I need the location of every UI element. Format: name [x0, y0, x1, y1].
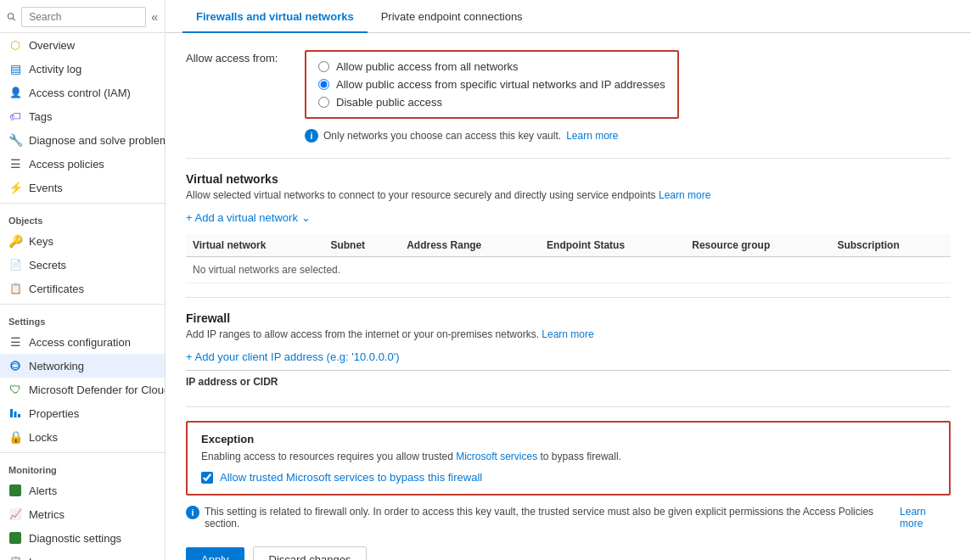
access-config-icon: ☰: [8, 335, 22, 349]
exception-title: Exception: [201, 433, 935, 445]
sidebar-item-label: Access control (IAM): [29, 87, 131, 99]
exception-checkbox-row[interactable]: Allow trusted Microsoft services to bypa…: [201, 471, 935, 484]
divider-objects: [0, 203, 165, 204]
svg-rect-7: [9, 532, 21, 544]
sidebar-item-diagnose[interactable]: 🔧 Diagnose and solve problems: [0, 128, 165, 152]
firewall-learn-more-link[interactable]: Learn more: [542, 328, 593, 340]
search-icon: [7, 11, 16, 23]
content-area: Allow access from: Allow public access f…: [166, 33, 971, 560]
metrics-icon: 📈: [8, 507, 22, 521]
radio-all-networks-input[interactable]: [318, 61, 329, 72]
sidebar-item-secrets[interactable]: 📄 Secrets: [0, 253, 165, 277]
discard-button[interactable]: Discard changes: [253, 546, 368, 560]
sidebar-item-metrics[interactable]: 📈 Metrics: [0, 502, 165, 526]
sidebar-item-locks[interactable]: 🔒 Locks: [0, 425, 165, 449]
tab-firewalls[interactable]: Firewalls and virtual networks: [182, 0, 368, 33]
table-row-no-data: No virtual networks are selected.: [186, 257, 951, 283]
properties-icon: [8, 406, 22, 420]
networking-icon: [8, 359, 22, 372]
vnet-learn-more-link[interactable]: Learn more: [659, 189, 710, 201]
divider-monitoring: [0, 452, 165, 453]
add-vnet-label: + Add a virtual network: [186, 211, 298, 224]
svg-rect-3: [10, 409, 13, 417]
exception-desc: Enabling access to resources requires yo…: [201, 451, 935, 462]
exception-desc-highlight: Microsoft services: [456, 451, 537, 462]
sidebar-item-label: Diagnostic settings: [29, 532, 121, 545]
sidebar-item-logs[interactable]: 📋 Logs: [0, 550, 165, 560]
sidebar-item-label: Activity log: [29, 63, 81, 76]
sidebar-item-label: Overview: [29, 39, 75, 52]
add-virtual-network-link[interactable]: + Add a virtual network ⌄: [186, 211, 951, 224]
section-monitoring-label: Monitoring: [0, 456, 165, 479]
sidebar-item-label: Access policies: [29, 158, 104, 171]
tab-private-endpoint[interactable]: Private endpoint connections: [368, 0, 536, 33]
sidebar-item-access-config[interactable]: ☰ Access configuration: [0, 330, 165, 354]
divider-1: [186, 158, 951, 159]
divider-settings: [0, 304, 165, 305]
access-policies-icon: ☰: [8, 157, 22, 171]
radio-all-networks[interactable]: Allow public access from all networks: [318, 60, 665, 73]
sidebar-item-access-policies[interactable]: ☰ Access policies: [0, 152, 165, 176]
virtual-networks-desc: Allow selected virtual networks to conne…: [186, 189, 951, 201]
info-text: Only networks you choose can access this…: [323, 130, 561, 142]
sidebar-item-label: Metrics: [29, 508, 65, 521]
sidebar-item-networking[interactable]: Networking: [0, 354, 165, 378]
svg-point-0: [8, 14, 13, 19]
sidebar-item-label: Diagnose and solve problems: [29, 134, 165, 147]
sidebar-item-access-control[interactable]: 👤 Access control (IAM): [0, 81, 165, 104]
info-icon: i: [305, 129, 318, 143]
info-note: i Only networks you choose can access th…: [305, 129, 951, 143]
info-learn-more-link[interactable]: Learn more: [566, 130, 618, 142]
add-ip-link[interactable]: + Add your client IP address (e.g: '10.0…: [186, 350, 951, 363]
radio-disable[interactable]: Disable public access: [318, 96, 665, 109]
radio-specific-networks-label: Allow public access from specific virtua…: [336, 78, 665, 91]
sidebar-item-properties[interactable]: Properties: [0, 401, 165, 425]
diagnose-icon: 🔧: [8, 133, 22, 147]
sidebar-item-label: Access configuration: [29, 336, 131, 349]
svg-rect-6: [9, 484, 21, 496]
sidebar-item-alerts[interactable]: Alerts: [0, 479, 165, 502]
radio-specific-networks[interactable]: Allow public access from specific virtua…: [318, 78, 665, 91]
main-content: Firewalls and virtual networks Private e…: [166, 0, 971, 560]
radio-specific-networks-input[interactable]: [318, 79, 329, 90]
divider-2: [186, 297, 951, 298]
sidebar-item-label: Microsoft Defender for Cloud: [29, 384, 165, 396]
tab-bar: Firewalls and virtual networks Private e…: [166, 0, 971, 33]
sidebar-item-label: Secrets: [29, 259, 66, 272]
sidebar-item-defender[interactable]: 🛡 Microsoft Defender for Cloud: [0, 378, 165, 401]
firewall-note-learn-more-link[interactable]: Learn more: [900, 506, 951, 529]
section-settings-label: Settings: [0, 308, 165, 330]
sidebar-item-certificates[interactable]: 📋 Certificates: [0, 277, 165, 300]
sidebar: « ⬡ Overview ▤ Activity log 👤 Access con…: [0, 0, 166, 560]
access-from-label: Allow access from:: [186, 50, 288, 64]
col-subscription: Subscription: [830, 234, 951, 257]
firewall-note-icon: i: [186, 506, 199, 519]
sidebar-item-keys[interactable]: 🔑 Keys: [0, 229, 165, 253]
virtual-networks-title: Virtual networks: [186, 172, 951, 186]
apply-button[interactable]: Apply: [186, 547, 244, 560]
sidebar-nav: ⬡ Overview ▤ Activity log 👤 Access contr…: [0, 33, 165, 560]
activity-log-icon: ▤: [8, 62, 22, 76]
sidebar-item-diagnostic[interactable]: Diagnostic settings: [0, 526, 165, 550]
collapse-button[interactable]: «: [151, 10, 158, 24]
sidebar-item-tags[interactable]: 🏷 Tags: [0, 104, 165, 128]
firewall-note: i This setting is related to firewall on…: [186, 506, 951, 529]
sidebar-item-events[interactable]: ⚡ Events: [0, 176, 165, 199]
search-input[interactable]: [21, 7, 146, 27]
radio-disable-input[interactable]: [318, 97, 329, 108]
exception-desc-suffix: to bypass firewall.: [537, 451, 621, 462]
sidebar-item-label: Keys: [29, 235, 53, 248]
exception-checkbox[interactable]: [201, 472, 213, 484]
sidebar-item-label: Alerts: [29, 484, 57, 497]
sidebar-item-activity-log[interactable]: ▤ Activity log: [0, 57, 165, 81]
add-ip-label: + Add your client IP address (e.g: '10.0…: [186, 350, 400, 363]
firewall-title: Firewall: [186, 311, 951, 325]
sidebar-item-overview[interactable]: ⬡ Overview: [0, 33, 165, 57]
svg-rect-4: [14, 412, 17, 417]
search-box: «: [0, 0, 165, 33]
keys-icon: 🔑: [8, 234, 22, 248]
col-virtual-network: Virtual network: [186, 234, 323, 257]
exception-checkbox-label: Allow trusted Microsoft services to bypa…: [220, 471, 482, 484]
col-address-range: Address Range: [400, 234, 540, 257]
radio-disable-label: Disable public access: [336, 96, 442, 109]
